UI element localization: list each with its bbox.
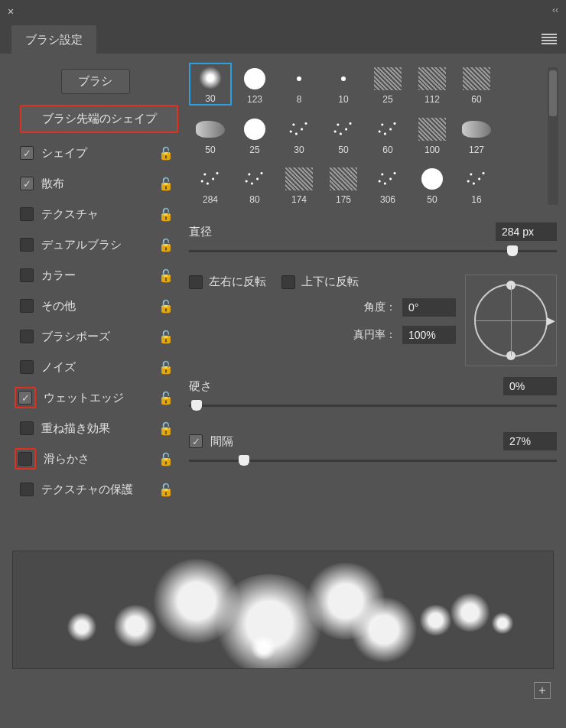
roundness-field[interactable] <box>402 326 456 344</box>
spacing-checkbox[interactable]: ✓ <box>189 434 203 448</box>
brush-preset[interactable]: 174 <box>278 163 320 206</box>
brush-grid-scrollbar[interactable] <box>548 67 558 205</box>
brush-preset[interactable]: 100 <box>411 113 454 156</box>
angle-arrow-icon[interactable]: ▶ <box>547 314 555 327</box>
brush-size-label: 127 <box>469 145 484 155</box>
lock-icon[interactable]: 🔓 <box>158 268 174 283</box>
angle-field[interactable] <box>402 298 456 317</box>
option-label[interactable]: テクスチャ <box>41 207 158 222</box>
scrollbar-thumb[interactable] <box>549 70 557 116</box>
brush-preset[interactable]: 30 <box>278 113 320 156</box>
new-brush-button[interactable]: + <box>534 682 551 699</box>
brush-size-label: 50 <box>338 145 348 155</box>
option-label[interactable]: 散布 <box>41 177 158 191</box>
option-checkbox[interactable] <box>18 452 32 466</box>
brush-preset[interactable]: 80 <box>233 163 276 206</box>
brush-size-label: 50 <box>205 145 215 155</box>
option-label[interactable]: 滑らかさ <box>44 452 158 466</box>
hardness-slider[interactable] <box>189 398 557 414</box>
lock-icon[interactable]: 🔓 <box>158 146 174 161</box>
brush-preset[interactable]: 30 <box>189 63 232 106</box>
lock-icon[interactable]: 🔓 <box>158 299 174 314</box>
angle-widget[interactable]: ▶ <box>465 275 557 366</box>
brush-preset[interactable]: 10 <box>322 63 365 106</box>
tab-brush-settings[interactable]: ブラシ設定 <box>11 25 96 54</box>
flip-y-checkbox[interactable] <box>281 275 295 289</box>
brush-preset[interactable]: 50 <box>189 113 232 156</box>
brushes-button[interactable]: ブラシ <box>61 69 130 94</box>
hardness-label: 硬さ <box>189 379 212 394</box>
hardness-field[interactable] <box>503 377 557 395</box>
option-checkbox[interactable] <box>20 299 34 313</box>
brush-tip-shape-button[interactable]: ブラシ先端のシェイプ <box>20 105 178 133</box>
brush-preset[interactable]: 112 <box>411 63 454 106</box>
option-checkbox[interactable] <box>20 268 34 282</box>
lock-icon[interactable]: 🔓 <box>158 238 174 252</box>
flip-x-checkbox[interactable] <box>189 275 203 289</box>
angle-node-top[interactable] <box>506 281 516 290</box>
option-label[interactable]: シェイプ <box>41 146 158 161</box>
option-checkbox[interactable]: ✓ <box>20 177 34 190</box>
option-checkbox[interactable] <box>20 207 34 221</box>
lock-icon[interactable]: 🔓 <box>158 360 174 375</box>
option-label[interactable]: カラー <box>41 268 158 283</box>
option-checkbox[interactable]: ✓ <box>18 391 32 405</box>
brush-size-label: 8 <box>297 94 302 105</box>
brush-preset[interactable]: 306 <box>366 163 409 206</box>
brush-preset[interactable]: 16 <box>455 163 498 206</box>
footer: + <box>0 677 566 704</box>
lock-icon[interactable]: 🔓 <box>158 177 174 191</box>
brush-preset[interactable]: 60 <box>455 63 498 106</box>
brush-preset[interactable]: 8 <box>278 63 320 106</box>
option-checkbox[interactable] <box>20 421 34 435</box>
option-checkbox[interactable]: ✓ <box>20 146 34 160</box>
lock-icon[interactable]: 🔓 <box>158 421 174 436</box>
lock-icon[interactable]: 🔓 <box>158 391 174 405</box>
brush-stroke-preview <box>12 551 554 669</box>
option-row: ✓ウェットエッジ🔓 <box>9 382 181 413</box>
option-checkbox[interactable] <box>20 330 34 343</box>
diameter-field[interactable] <box>496 223 557 241</box>
lock-icon[interactable]: 🔓 <box>158 330 174 344</box>
brush-preset[interactable]: 25 <box>233 113 276 156</box>
lock-icon[interactable]: 🔓 <box>158 483 174 497</box>
brush-preset[interactable]: 50 <box>322 113 365 156</box>
option-checkbox[interactable] <box>20 483 34 496</box>
option-row: その他🔓 <box>9 291 181 321</box>
brush-size-label: 10 <box>338 94 348 105</box>
option-label[interactable]: 重ね描き効果 <box>41 421 158 436</box>
brush-preset[interactable]: 175 <box>322 163 365 206</box>
lock-icon[interactable]: 🔓 <box>158 207 174 222</box>
option-checkbox[interactable] <box>20 238 34 252</box>
main-area: 3012381025112605025305060100127284801741… <box>189 63 557 543</box>
option-label[interactable]: その他 <box>41 299 158 314</box>
angle-node-bottom[interactable] <box>506 351 516 360</box>
option-label[interactable]: ブラシポーズ <box>41 330 158 344</box>
option-checkbox[interactable] <box>20 360 34 374</box>
option-label[interactable]: ノイズ <box>41 360 158 375</box>
lock-icon[interactable]: 🔓 <box>158 452 174 466</box>
spacing-field[interactable] <box>503 432 557 450</box>
option-label[interactable]: テクスチャの保護 <box>41 483 158 497</box>
brush-size-label: 100 <box>424 145 440 155</box>
menu-icon[interactable] <box>542 34 557 44</box>
option-row: デュアルブラシ🔓 <box>9 229 181 260</box>
spacing-label: 間隔 <box>210 434 233 449</box>
option-row: 滑らかさ🔓 <box>9 444 181 474</box>
spacing-slider[interactable] <box>189 453 557 469</box>
brush-preset[interactable]: 284 <box>189 163 232 206</box>
option-row: テクスチャの保護🔓 <box>9 474 181 505</box>
brush-preset[interactable]: 50 <box>411 163 454 206</box>
collapse-icon[interactable]: ‹‹ <box>552 5 558 15</box>
brush-preset[interactable]: 123 <box>233 63 276 106</box>
option-label[interactable]: ウェットエッジ <box>44 391 158 405</box>
brush-preset[interactable]: 25 <box>366 63 409 106</box>
titlebar: × ‹‹ <box>0 0 566 23</box>
brush-size-label: 30 <box>294 145 304 155</box>
brush-preset[interactable]: 127 <box>455 113 498 156</box>
close-icon[interactable]: × <box>8 5 14 18</box>
brush-preset[interactable]: 60 <box>366 113 409 156</box>
option-label[interactable]: デュアルブラシ <box>41 238 158 252</box>
diameter-slider[interactable] <box>189 244 557 259</box>
brush-preset-grid: 3012381025112605025305060100127284801741… <box>189 63 557 212</box>
